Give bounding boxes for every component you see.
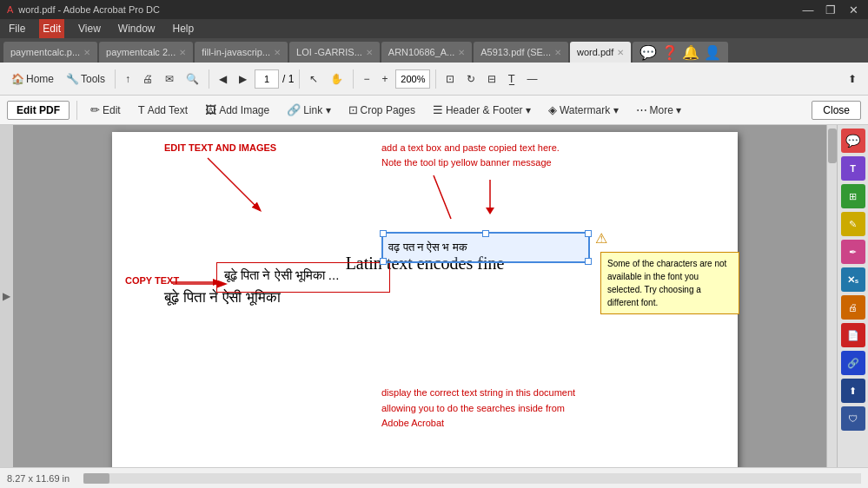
scrollbar[interactable] — [826, 125, 837, 467]
cursor-tool[interactable]: ↖ — [305, 70, 322, 88]
tab-close-0[interactable]: ✕ — [83, 48, 90, 57]
status-bar: 8.27 x 11.69 in — [0, 467, 868, 488]
minimize-button[interactable]: — — [800, 3, 816, 16]
restore-button[interactable]: ❐ — [823, 3, 838, 16]
add-image-button[interactable]: 🖼 Add Image — [199, 101, 275, 119]
organize-button[interactable]: ⊞ — [841, 184, 865, 208]
link-panel-button[interactable]: 🔗 — [841, 351, 865, 375]
search-button[interactable]: 🔍 — [182, 70, 203, 88]
tab-close-2[interactable]: ✕ — [274, 48, 281, 57]
copy-text-content: बूढ़े पिता ने ऐसी भूमिका ... — [217, 263, 389, 287]
edit-text-annotation: EDIT TEXT AND IMAGES — [164, 142, 276, 153]
fit-page-button[interactable]: ⊡ — [441, 70, 459, 88]
export-button[interactable]: ✕s — [841, 267, 865, 292]
edit-button[interactable]: ✏ Edit — [84, 101, 127, 119]
menu-help[interactable]: Help — [169, 19, 198, 38]
divider-1 — [115, 69, 116, 89]
menu-window[interactable]: Window — [115, 19, 159, 38]
email-icon: ✉ — [165, 73, 174, 85]
svg-marker-4 — [486, 208, 494, 214]
scrollbar-thumb[interactable] — [828, 129, 837, 163]
markup-button[interactable]: T̲ — [504, 70, 519, 88]
extra-button[interactable]: — — [522, 70, 541, 88]
tab-loi[interactable]: LOI -GARRIS... ✕ — [289, 42, 380, 63]
zoom-out-icon: − — [363, 73, 369, 85]
header-footer-button[interactable]: ☰ Header & Footer ▾ — [427, 101, 537, 119]
comments-panel-button[interactable]: 💬 — [841, 129, 865, 153]
tab-close-4[interactable]: ✕ — [458, 48, 465, 57]
divider-2 — [209, 69, 209, 89]
security-button[interactable]: 🛡 — [841, 406, 865, 431]
tab-paymentcalc1[interactable]: paymentcalc.p... ✕ — [3, 42, 97, 63]
redact-button[interactable]: ✒ — [841, 240, 865, 264]
menu-edit[interactable]: Edit — [39, 19, 64, 38]
email-button[interactable]: ✉ — [161, 70, 178, 88]
collapse-arrow-icon[interactable]: ▶ — [3, 290, 10, 302]
add-text-icon: T — [138, 103, 145, 116]
security-icon: 🛡 — [848, 413, 858, 424]
pdf-tools-icon: 📄 — [847, 330, 859, 341]
menu-file[interactable]: File — [5, 19, 29, 38]
crop-button[interactable]: ⊡ Crop Pages — [342, 101, 421, 119]
tools-button[interactable]: 🔧 Tools — [62, 70, 109, 88]
copy-text-annotation: COPY TEXT — [125, 275, 179, 286]
share-panel-button[interactable]: ⬆ — [841, 379, 865, 403]
rotate-button[interactable]: ↻ — [462, 70, 480, 88]
menu-view[interactable]: View — [75, 19, 104, 38]
horizontal-scrollbar[interactable] — [83, 473, 861, 484]
tab-notifications[interactable]: 💬 ❓ 🔔 👤 — [633, 42, 727, 63]
close-button[interactable]: ✕ — [845, 3, 861, 16]
display-correct-annotation: display the correct text string in this … — [381, 386, 607, 432]
share-icon: ↑ — [125, 73, 130, 85]
fill-sign-button[interactable]: T — [841, 156, 865, 181]
link-button[interactable]: 🔗 Link ▾ — [281, 101, 336, 119]
redact-icon: ✒ — [849, 247, 857, 258]
close-edit-button[interactable]: Close — [812, 101, 861, 120]
share-button[interactable]: ↑ — [121, 70, 135, 88]
watermark-button[interactable]: ◈ Watermark ▾ — [542, 101, 625, 119]
tab-paymentcalc2[interactable]: paymentcalc 2... ✕ — [99, 42, 193, 63]
link-icon: 🔗 — [287, 103, 301, 116]
print-panel-button[interactable]: 🖨 — [841, 295, 865, 320]
tab-close-5[interactable]: ✕ — [554, 48, 561, 57]
zoom-in-button[interactable]: + — [377, 70, 392, 88]
main-toolbar: 🏠 Home 🔧 Tools ↑ 🖨 ✉ 🔍 ◀ ▶ / 1 ↖ ✋ − + ⊡ — [0, 63, 868, 96]
upload-button[interactable]: ⬆ — [844, 70, 861, 88]
cursor-icon: ↖ — [309, 73, 318, 85]
home-button[interactable]: 🏠 Home — [7, 70, 58, 88]
fill-sign-icon: T — [850, 163, 856, 174]
tab-arn[interactable]: ARN10686_A... ✕ — [381, 42, 472, 63]
pdf-area[interactable]: EDIT TEXT AND IMAGES — [13, 125, 837, 467]
fit-page-icon: ⊡ — [446, 73, 454, 85]
print-button[interactable]: 🖨 — [138, 70, 157, 88]
warning-icon: ⚠ — [595, 230, 607, 247]
tab-close-1[interactable]: ✕ — [179, 48, 186, 57]
hand-tool[interactable]: ✋ — [326, 70, 348, 88]
tab-filljavascript[interactable]: fill-in-javascrip... ✕ — [195, 42, 288, 63]
annotate-button[interactable]: ✎ — [841, 212, 865, 236]
add-text-button[interactable]: T Add Text — [132, 101, 194, 119]
tab-a5913[interactable]: A5913.pdf (SE... ✕ — [474, 42, 568, 63]
tab-close-6[interactable]: ✕ — [617, 48, 624, 57]
tab-word-pdf[interactable]: word.pdf ✕ — [570, 42, 631, 63]
nav-prev-button[interactable]: ◀ — [215, 70, 231, 88]
zoom-in-icon: + — [381, 73, 388, 85]
pdf-tools-button[interactable]: 📄 — [841, 323, 865, 347]
nav-next-button[interactable]: ▶ — [235, 70, 251, 88]
zoom-out-button[interactable]: − — [359, 70, 374, 88]
edit-pdf-button[interactable]: Edit PDF — [7, 101, 70, 120]
more-button[interactable]: ⋯ More ▾ — [630, 101, 688, 119]
print-panel-icon: 🖨 — [848, 302, 858, 313]
edit-icon: ✏ — [90, 103, 100, 116]
h-scrollbar-thumb[interactable] — [83, 473, 109, 484]
handle-bl — [380, 258, 387, 265]
page-number-input[interactable] — [255, 69, 279, 89]
nav-next-icon: ▶ — [239, 73, 247, 85]
zoom-input[interactable] — [395, 69, 430, 89]
add-textbox-annotation: add a text box and paste copied text her… — [381, 141, 590, 169]
title-bar: A word.pdf - Adobe Acrobat Pro DC — ❐ ✕ — [0, 0, 868, 19]
edit-text-box[interactable]: वढ़ पत न ऐस भ मक — [381, 232, 590, 263]
tab-close-3[interactable]: ✕ — [366, 48, 373, 57]
scan-button[interactable]: ⊟ — [483, 70, 500, 88]
copy-text-box: बूढ़े पिता ने ऐसी भूमिका ... — [216, 262, 390, 293]
